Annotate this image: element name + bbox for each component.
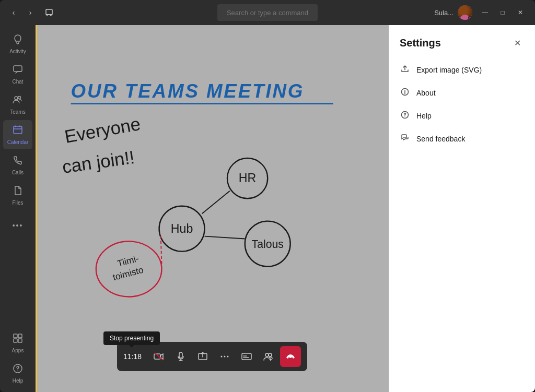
meeting-time: 11:18 xyxy=(123,352,143,361)
maximize-button[interactable]: □ xyxy=(494,5,511,20)
files-icon xyxy=(13,185,23,198)
help-menu-icon xyxy=(400,111,410,121)
settings-menu-item-export[interactable]: Export image (SVG) xyxy=(393,58,531,81)
calls-icon xyxy=(13,155,23,168)
sidebar-item-apps[interactable]: Apps xyxy=(3,328,32,358)
sidebar-item-teams[interactable]: Teams xyxy=(3,90,32,119)
export-icon xyxy=(400,65,410,75)
sidebar-label-chat: Chat xyxy=(12,79,23,85)
forward-button[interactable]: › xyxy=(23,5,38,20)
calendar-icon xyxy=(13,125,23,138)
settings-menu-item-help[interactable]: Help xyxy=(393,104,531,127)
captions-button[interactable] xyxy=(236,346,257,367)
svg-point-31 xyxy=(224,356,226,358)
chat-icon xyxy=(13,64,23,77)
minimize-button[interactable]: — xyxy=(476,5,493,20)
share-button[interactable] xyxy=(192,346,213,367)
settings-close-button[interactable]: ✕ xyxy=(510,35,525,50)
sidebar-item-activity[interactable]: Activity xyxy=(3,29,32,58)
app-window: ‹ › Sula... — □ ✕ xyxy=(0,0,535,392)
svg-line-21 xyxy=(202,191,230,213)
title-bar: ‹ › Sula... — □ ✕ xyxy=(0,0,535,25)
sidebar: Activity Chat xyxy=(0,25,36,392)
stop-presenting-label: Stop presenting xyxy=(110,335,154,342)
settings-header: Settings ✕ xyxy=(389,25,535,58)
svg-rect-4 xyxy=(14,126,22,134)
title-right: Sula... — □ ✕ xyxy=(434,5,529,20)
sidebar-label-teams: Teams xyxy=(10,109,25,115)
whiteboard-drawing: OUR TEAMS MEETING Everyone can join!! Hu… xyxy=(36,25,389,392)
sidebar-item-more[interactable]: ••• xyxy=(3,211,32,240)
svg-rect-8 xyxy=(18,339,22,342)
avatar xyxy=(458,5,472,20)
settings-feedback-label: Send feedback xyxy=(416,135,465,143)
sidebar-label-files: Files xyxy=(12,200,23,206)
user-name: Sula... xyxy=(434,9,453,17)
help-icon xyxy=(13,363,23,376)
video-toggle-button[interactable] xyxy=(148,346,169,367)
back-button[interactable]: ‹ xyxy=(6,5,21,20)
main-content: Activity Chat xyxy=(0,25,535,392)
feedback-icon xyxy=(400,134,410,144)
sidebar-item-help[interactable]: Help xyxy=(3,359,32,388)
search-input[interactable] xyxy=(224,9,311,17)
sidebar-label-activity: Activity xyxy=(9,49,26,54)
end-call-button[interactable] xyxy=(280,346,301,367)
status-dot xyxy=(468,16,472,20)
sidebar-item-calls[interactable]: Calls xyxy=(3,150,32,180)
nav-buttons: ‹ › xyxy=(6,5,38,20)
svg-rect-6 xyxy=(18,334,22,338)
teams-icon xyxy=(13,94,23,108)
svg-rect-5 xyxy=(14,334,17,338)
svg-point-35 xyxy=(269,353,272,357)
content-area: OUR TEAMS MEETING Everyone can join!! Hu… xyxy=(36,25,535,392)
svg-point-34 xyxy=(265,353,269,357)
settings-export-label: Export image (SVG) xyxy=(416,66,482,74)
sidebar-label-apps: Apps xyxy=(12,348,24,353)
svg-text:Hub: Hub xyxy=(171,222,193,235)
svg-line-22 xyxy=(205,236,245,239)
svg-text:OUR TEAMS MEETING: OUR TEAMS MEETING xyxy=(71,80,305,102)
sidebar-label-help: Help xyxy=(13,378,24,384)
svg-point-32 xyxy=(227,356,229,358)
settings-menu: Export image (SVG) About xyxy=(389,58,535,150)
svg-text:toimisto: toimisto xyxy=(112,265,145,283)
meeting-toolbar: 11:18 xyxy=(117,342,307,371)
compose-button[interactable] xyxy=(42,5,56,20)
participants-button[interactable] xyxy=(258,346,279,367)
svg-text:Everyone: Everyone xyxy=(63,114,142,147)
settings-about-label: About xyxy=(416,89,436,97)
settings-menu-item-feedback[interactable]: Send feedback xyxy=(393,127,531,150)
settings-menu-item-about[interactable]: About xyxy=(393,81,531,104)
about-icon xyxy=(400,88,410,98)
svg-rect-0 xyxy=(46,9,52,15)
svg-point-3 xyxy=(18,96,21,99)
svg-text:can join!!: can join!! xyxy=(61,147,136,177)
sidebar-label-calls: Calls xyxy=(12,170,24,175)
canvas-accent xyxy=(36,25,37,392)
sidebar-item-chat[interactable]: Chat xyxy=(3,60,32,89)
svg-point-2 xyxy=(15,97,18,100)
svg-point-38 xyxy=(404,116,405,117)
more-button[interactable] xyxy=(214,346,235,367)
svg-point-10 xyxy=(17,370,18,371)
svg-point-30 xyxy=(221,356,223,358)
meeting-canvas: OUR TEAMS MEETING Everyone can join!! Hu… xyxy=(36,25,389,392)
close-button[interactable]: ✕ xyxy=(512,5,529,20)
mute-button[interactable] xyxy=(170,346,191,367)
settings-title: Settings xyxy=(400,37,441,49)
svg-text:HR: HR xyxy=(239,171,256,185)
stop-presenting-tooltip[interactable]: Stop presenting xyxy=(103,331,160,345)
sidebar-item-files[interactable]: Files xyxy=(3,181,32,210)
activity-icon xyxy=(13,34,23,47)
sidebar-item-calendar[interactable]: Calendar xyxy=(3,120,32,149)
window-controls: — □ ✕ xyxy=(476,5,529,20)
settings-help-label: Help xyxy=(416,112,432,120)
svg-rect-33 xyxy=(242,353,251,360)
apps-icon xyxy=(13,333,23,346)
sidebar-label-calendar: Calendar xyxy=(7,139,29,145)
svg-rect-1 xyxy=(14,66,22,72)
more-icon: ••• xyxy=(13,221,24,230)
search-bar[interactable] xyxy=(217,4,318,21)
svg-rect-7 xyxy=(14,339,17,342)
